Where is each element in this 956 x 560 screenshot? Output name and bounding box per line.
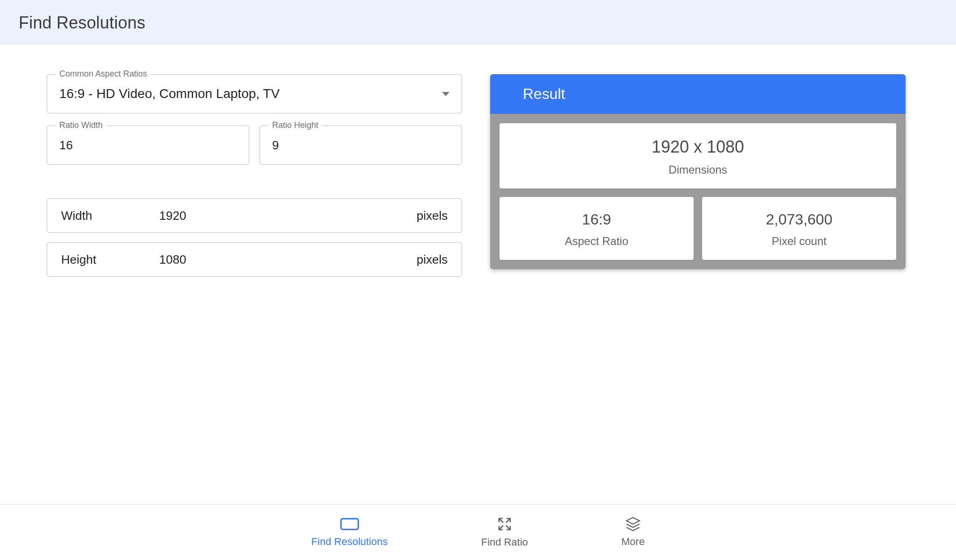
- result-panel: Result 1920 x 1080 Dimensions 16:9 Aspec…: [490, 74, 906, 269]
- pixel-count-label: Pixel count: [707, 235, 892, 248]
- aspect-ratio-value: 16:9: [504, 211, 689, 228]
- result-title: Result: [490, 74, 906, 114]
- main-content: Common Aspect Ratios 16:9 - HD Video, Co…: [0, 44, 956, 286]
- common-aspect-ratios-label: Common Aspect Ratios: [56, 69, 151, 79]
- bottom-nav: Find Resolutions Find Ratio Mor: [0, 504, 956, 560]
- width-field[interactable]: Width pixels: [47, 198, 462, 233]
- pixel-count-card: 2,073,600 Pixel count: [702, 197, 896, 260]
- result-card-row: 16:9 Aspect Ratio 2,073,600 Pixel count: [499, 197, 896, 260]
- aspect-ratio-card: 16:9 Aspect Ratio: [499, 197, 694, 260]
- aspect-ratio-label: Aspect Ratio: [504, 235, 689, 248]
- height-field[interactable]: Height pixels: [47, 242, 462, 277]
- width-unit: pixels: [417, 209, 448, 223]
- common-aspect-ratios-value: 16:9 - HD Video, Common Laptop, TV: [59, 86, 442, 101]
- ratio-height-label: Ratio Height: [268, 120, 322, 130]
- nav-find-ratio-label: Find Ratio: [481, 536, 528, 548]
- ratio-width-field[interactable]: Ratio Width: [47, 126, 249, 165]
- dimensions-card: 1920 x 1080 Dimensions: [499, 123, 896, 189]
- nav-more[interactable]: More: [621, 517, 645, 548]
- height-label: Height: [61, 252, 159, 267]
- ratio-width-input[interactable]: [59, 138, 237, 153]
- common-aspect-ratios-select[interactable]: Common Aspect Ratios 16:9 - HD Video, Co…: [47, 74, 462, 113]
- result-column: Result 1920 x 1080 Dimensions 16:9 Aspec…: [490, 74, 906, 286]
- dimensions-value: 1920 x 1080: [504, 137, 892, 157]
- pixel-count-value: 2,073,600: [707, 211, 892, 228]
- nav-find-resolutions-label: Find Resolutions: [311, 536, 388, 548]
- inputs-column: Common Aspect Ratios 16:9 - HD Video, Co…: [47, 74, 462, 286]
- height-unit: pixels: [417, 252, 448, 267]
- dropdown-caret-icon: [442, 92, 450, 96]
- ratio-height-field[interactable]: Ratio Height: [260, 126, 462, 165]
- app-header: Find Resolutions: [0, 0, 956, 44]
- width-label: Width: [61, 209, 159, 223]
- result-body: 1920 x 1080 Dimensions 16:9 Aspect Ratio…: [490, 114, 906, 269]
- layers-icon: [625, 517, 641, 531]
- nav-find-ratio[interactable]: Find Ratio: [481, 517, 528, 548]
- ratio-height-input[interactable]: [272, 138, 450, 153]
- width-input[interactable]: [159, 209, 417, 223]
- page-title: Find Resolutions: [19, 13, 937, 33]
- svg-marker-0: [626, 518, 640, 524]
- expand-icon: [497, 517, 512, 532]
- ratio-width-label: Ratio Width: [56, 120, 106, 130]
- height-input[interactable]: [159, 252, 417, 267]
- dimensions-label: Dimensions: [504, 163, 892, 176]
- rectangle-icon: [340, 517, 359, 531]
- ratio-row: Ratio Width Ratio Height: [47, 126, 462, 165]
- nav-find-resolutions[interactable]: Find Resolutions: [311, 517, 388, 548]
- nav-more-label: More: [621, 536, 645, 548]
